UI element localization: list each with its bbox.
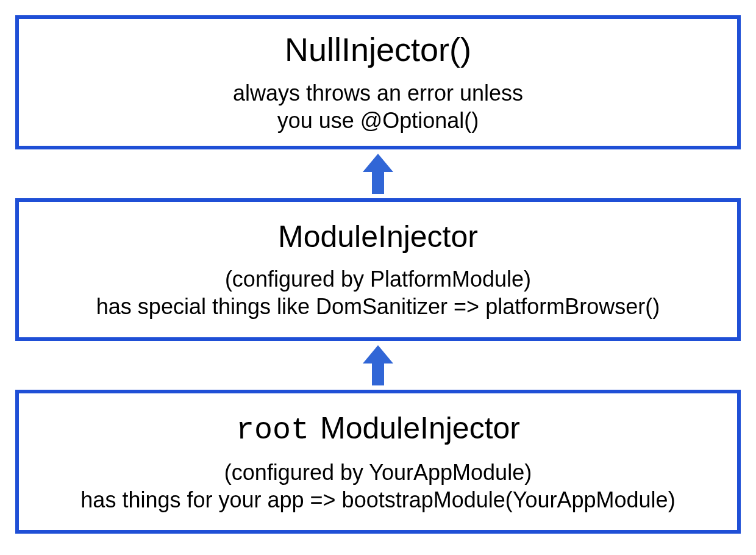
- subtitle-line-1: (configured by PlatformModule): [225, 267, 531, 292]
- subtitle-line-1: always throws an error unless: [233, 81, 523, 106]
- null-injector-title: NullInjector(): [285, 30, 471, 68]
- module-injector-subtitle: (configured by PlatformModule) has speci…: [96, 265, 660, 320]
- subtitle-line-2: you use @Optional(): [277, 108, 479, 133]
- null-injector-subtitle: always throws an error unless you use @O…: [233, 79, 523, 134]
- subtitle-line-2: has things for your app => bootstrapModu…: [80, 487, 675, 512]
- subtitle-line-1: (configured by YourAppModule): [224, 460, 532, 485]
- root-code-label: root: [236, 413, 309, 448]
- module-injector-title: ModuleInjector: [278, 219, 478, 254]
- module-injector-label: ModuleInjector: [320, 410, 520, 446]
- subtitle-line-2: has special things like DomSanitizer => …: [96, 294, 660, 319]
- arrow-up-icon: [360, 344, 396, 387]
- svg-marker-0: [363, 154, 393, 194]
- root-module-injector-subtitle: (configured by YourAppModule) has things…: [80, 459, 675, 514]
- arrow-up-icon: [360, 152, 396, 195]
- svg-marker-1: [363, 345, 393, 385]
- arrow-up-2: [360, 344, 396, 387]
- module-injector-box: ModuleInjector (configured by PlatformMo…: [15, 198, 741, 341]
- root-module-injector-box: root ModuleInjector (configured by YourA…: [15, 390, 741, 534]
- null-injector-box: NullInjector() always throws an error un…: [15, 15, 741, 149]
- arrow-up-1: [360, 152, 396, 195]
- root-module-injector-title: root ModuleInjector: [236, 410, 520, 448]
